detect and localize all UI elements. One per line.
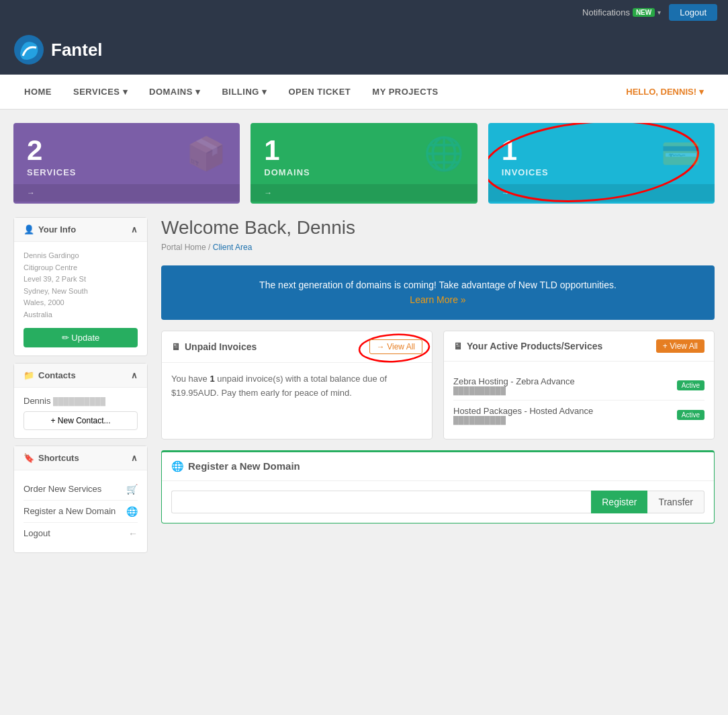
invoices-panel-body: You have 1 unpaid invoice(s) with a tota…	[162, 363, 432, 410]
active-products-title: 🖥 Your Active Products/Services	[453, 341, 602, 351]
services-icon: 📦	[186, 135, 226, 173]
your-info-icon: 👤	[24, 224, 34, 235]
contacts-collapse[interactable]: ∧	[131, 370, 138, 380]
sidebar-your-info: 👤 Your Info ∧ Dennis Gardingo Citigroup …	[13, 217, 148, 356]
register-domain-icon: 🌐	[126, 506, 138, 517]
invoices-arrow: →	[502, 188, 510, 198]
domain-register-icon: 🌐	[171, 460, 184, 472]
logo[interactable]: Fantel	[13, 34, 103, 65]
promo-banner: The next generation of domains is coming…	[161, 265, 715, 320]
contacts-title: Contacts	[38, 370, 76, 380]
domains-footer: →	[251, 184, 477, 202]
main-content: 👤 Your Info ∧ Dennis Gardingo Citigroup …	[0, 204, 728, 566]
product-name-hosted: Hosted Packages - Hosted Advance	[453, 406, 593, 416]
notifications-dropdown-arrow[interactable]: ▾	[657, 9, 661, 16]
domains-dropdown-arrow[interactable]: ▾	[195, 87, 201, 97]
your-info-content: Dennis Gardingo Citigroup Centre Level 3…	[14, 242, 147, 355]
stats-row: 📦 2 SERVICES → 🌐 1 DOMAINS → 💳 1 INVOICE…	[0, 110, 728, 204]
invoices-panel: 🖥 Unpaid Invoices → View All You have 1	[161, 331, 433, 439]
domain-register-title: Register a New Domain	[188, 460, 300, 472]
billing-dropdown-arrow[interactable]: ▾	[262, 87, 267, 97]
product-sub-zebra: ██████████	[453, 386, 575, 394]
your-info-title: Your Info	[38, 224, 76, 235]
sidebar-contacts: 📁 Contacts ∧ Dennis ██████████ + New Con…	[13, 363, 148, 439]
shortcuts-header: 🔖 Shortcuts ∧	[14, 446, 147, 470]
nav-domains[interactable]: DOMAINS ▾	[138, 75, 211, 109]
promo-link[interactable]: Learn More »	[410, 294, 465, 305]
promo-text: The next generation of domains is coming…	[259, 280, 617, 290]
shortcuts-title: Shortcuts	[38, 453, 79, 463]
nav-user-menu[interactable]: HELLO, DENNIS! ▾	[615, 75, 715, 109]
content-area: Welcome Back, Dennis Portal Home / Clien…	[161, 217, 715, 523]
sidebar: 👤 Your Info ∧ Dennis Gardingo Citigroup …	[13, 217, 148, 553]
logout-shortcut-label: Logout	[24, 528, 50, 538]
product-item-hosted: Hosted Packages - Hosted Advance ███████…	[453, 401, 704, 429]
shortcut-register-domain[interactable]: Register a New Domain 🌐	[24, 501, 138, 523]
logo-icon	[13, 34, 44, 65]
nav-open-ticket[interactable]: OPEN TICKET	[277, 75, 361, 109]
product-name-zebra: Zebra Hosting - Zebra Advance	[453, 376, 575, 386]
active-products-body: Zebra Hosting - Zebra Advance ██████████…	[444, 362, 714, 439]
shortcut-order-services[interactable]: Order New Services 🛒	[24, 478, 138, 501]
stat-card-invoices[interactable]: 💳 1 INVOICES →	[488, 123, 715, 204]
notifications-wrap[interactable]: Notifications NEW ▾	[582, 7, 661, 17]
nav-my-projects[interactable]: MY PROJECTS	[361, 75, 449, 109]
domain-search-input[interactable]	[171, 491, 591, 513]
view-all-wrap: → View All	[369, 339, 422, 354]
shortcut-logout[interactable]: Logout ←	[24, 523, 138, 544]
sidebar-shortcuts: 🔖 Shortcuts ∧ Order New Services 🛒 Regis…	[13, 446, 148, 553]
invoices-icon: 💳	[661, 135, 701, 173]
domains-arrow: →	[264, 188, 272, 198]
active-products-icon: 🖥	[453, 341, 463, 351]
services-dropdown-arrow[interactable]: ▾	[123, 87, 128, 97]
update-button[interactable]: ✏ Update	[24, 328, 138, 347]
order-services-icon: 🛒	[126, 484, 138, 495]
breadcrumb: Portal Home / Client Area	[161, 243, 715, 252]
invoices-footer: →	[488, 184, 715, 202]
invoices-panel-icon: 🖥	[171, 341, 181, 352]
new-contact-button[interactable]: + New Contact...	[24, 411, 138, 430]
logo-text: Fantel	[51, 40, 103, 60]
your-info-collapse[interactable]: ∧	[131, 224, 138, 235]
contact-name: Dennis ██████████	[24, 396, 138, 406]
domain-transfer-button[interactable]: Transfer	[647, 491, 704, 513]
domain-register-button[interactable]: Register	[591, 491, 647, 513]
view-all-invoices-button[interactable]: → View All	[369, 339, 422, 354]
domains-icon: 🌐	[424, 135, 464, 173]
order-services-label: Order New Services	[24, 484, 101, 494]
shortcuts-collapse[interactable]: ∧	[131, 453, 138, 463]
stat-card-services[interactable]: 📦 2 SERVICES →	[13, 123, 240, 204]
user-dropdown-arrow[interactable]: ▾	[699, 87, 704, 97]
register-domain-label: Register a New Domain	[24, 506, 116, 516]
domain-register-header: 🌐 Register a New Domain	[162, 452, 714, 481]
logout-button[interactable]: Logout	[669, 4, 717, 21]
user-address: Dennis Gardingo Citigroup Centre Level 3…	[24, 250, 138, 321]
breadcrumb-home[interactable]: Portal Home	[161, 243, 206, 252]
nav-home[interactable]: HOME	[13, 75, 62, 109]
invoices-panel-title: 🖥 Unpaid Invoices	[171, 341, 257, 352]
top-bar: Notifications NEW ▾ Logout	[0, 0, 728, 25]
product-item-zebra: Zebra Hosting - Zebra Advance ██████████…	[453, 371, 704, 401]
nav-billing[interactable]: BILLING ▾	[211, 75, 277, 109]
domain-register-body: Register Transfer	[162, 481, 714, 523]
notifications-label: Notifications	[582, 7, 630, 17]
contact-blurred: ██████████	[53, 397, 105, 405]
notifications-badge: NEW	[633, 8, 655, 17]
breadcrumb-current: Client Area	[213, 243, 253, 252]
active-products-panel: 🖥 Your Active Products/Services + View A…	[443, 331, 715, 439]
contacts-header: 📁 Contacts ∧	[14, 364, 147, 388]
your-info-header: 👤 Your Info ∧	[14, 218, 147, 242]
domain-register-panel: 🌐 Register a New Domain Register Transfe…	[161, 450, 715, 523]
logout-shortcut-icon: ←	[128, 528, 138, 539]
header: Fantel	[0, 25, 728, 75]
nav-services[interactable]: SERVICES ▾	[62, 75, 138, 109]
invoices-panel-header: 🖥 Unpaid Invoices → View All	[162, 331, 432, 363]
shortcuts-content: Order New Services 🛒 Register a New Doma…	[14, 470, 147, 552]
stat-card-domains[interactable]: 🌐 1 DOMAINS →	[251, 123, 477, 204]
services-arrow: →	[27, 188, 35, 198]
view-all-products-button[interactable]: + View All	[656, 339, 704, 353]
product-sub-hosted: ██████████	[453, 416, 593, 424]
active-products-header: 🖥 Your Active Products/Services + View A…	[444, 331, 714, 362]
welcome-title: Welcome Back, Dennis	[161, 217, 715, 239]
contacts-icon: 📁	[24, 370, 34, 380]
